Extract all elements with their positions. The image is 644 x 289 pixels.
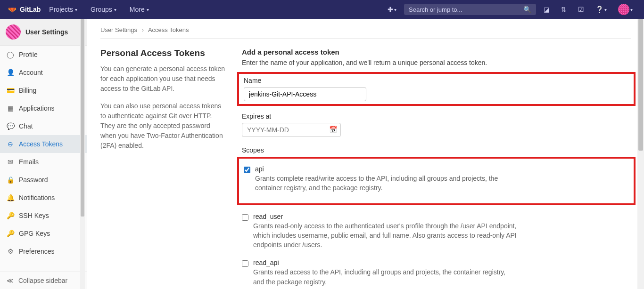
sidebar-item-gpg-keys[interactable]: 🔑GPG Keys — [0, 225, 87, 242]
sidebar-item-label: Access Tokens — [19, 140, 63, 148]
scope-api-label: api — [255, 165, 519, 173]
help-icon[interactable]: ❔▾ — [592, 4, 611, 15]
scope-api: api Grants complete read/write access to… — [244, 162, 629, 200]
sidebar-item-notifications[interactable]: 🔔Notifications — [0, 189, 87, 207]
calendar-icon[interactable]: 📅 — [329, 126, 337, 133]
expires-input[interactable] — [242, 123, 341, 137]
search-icon: 🔍 — [523, 6, 531, 13]
scope-read-api-desc: Grants read access to the API, including… — [253, 267, 517, 287]
nav-groups[interactable]: Groups▾ — [86, 4, 121, 15]
page-desc2: You can also use personal access tokens … — [100, 101, 228, 151]
apps-icon: ▦ — [7, 104, 14, 112]
issues-icon[interactable]: ◪ — [540, 4, 553, 15]
topbar: GitLab Projects▾ Groups▾ More▾ ✚▾ 🔍 ◪ ⇅ … — [0, 0, 644, 19]
sidebar-item-emails[interactable]: ✉Emails — [0, 153, 87, 171]
todos-icon[interactable]: ☑ — [574, 4, 588, 15]
collapse-label: Collapse sidebar — [18, 277, 67, 284]
user-menu[interactable]: ▾ — [614, 2, 636, 17]
sidebar-item-label: Billing — [19, 87, 36, 94]
sidebar-item-label: Chat — [19, 122, 33, 130]
sidebar-item-label: SSH Keys — [19, 212, 49, 219]
sidebar-item-account[interactable]: 👤Account — [0, 64, 87, 81]
scope-read-api-checkbox[interactable] — [242, 260, 248, 267]
sidebar-item-password[interactable]: 🔒Password — [0, 171, 87, 189]
content: User Settings › Access Tokens Personal A… — [87, 19, 644, 289]
plus-icon: ✚ — [388, 6, 393, 13]
scope-read-api: read_api Grants read access to the API, … — [242, 256, 631, 289]
collapse-icon: ≪ — [7, 277, 14, 284]
sidebar-item-chat[interactable]: 💬Chat — [0, 117, 87, 135]
chevron-down-icon: ▾ — [394, 7, 396, 12]
sidebar-item-label: Preferences — [19, 248, 54, 255]
merge-requests-icon[interactable]: ⇅ — [557, 4, 570, 15]
scope-api-desc: Grants complete read/write access to the… — [255, 174, 519, 193]
sidebar-scrollbar[interactable] — [80, 19, 85, 289]
scopes-label: Scopes — [242, 146, 631, 154]
chevron-down-icon: ▾ — [75, 7, 77, 12]
form-heading: Add a personal access token — [242, 48, 631, 56]
breadcrumb-current: Access Tokens — [148, 26, 189, 33]
form-hint: Enter the name of your application, and … — [242, 59, 631, 66]
account-icon: 👤 — [7, 69, 14, 76]
chevron-down-icon: ▾ — [114, 7, 116, 12]
scope-api-checkbox[interactable] — [244, 167, 250, 173]
sidebar-item-label: GPG Keys — [19, 230, 50, 237]
sidebar-avatar — [6, 24, 21, 40]
scope-read-user-desc: Grants read-only access to the authentic… — [253, 221, 517, 250]
billing-icon: 💳 — [7, 87, 14, 94]
breadcrumb: User Settings › Access Tokens — [100, 26, 631, 39]
page-title: Personal Access Tokens — [100, 48, 228, 58]
name-input[interactable] — [244, 87, 366, 101]
avatar — [618, 4, 629, 15]
sidebar: User Settings ◯Profile👤Account💳Billing▦A… — [0, 19, 87, 289]
scope-read-api-label: read_api — [253, 259, 517, 266]
token-icon: ⊖ — [7, 140, 14, 148]
sidebar-item-access-tokens[interactable]: ⊖Access Tokens — [0, 135, 87, 153]
lock-icon: 🔒 — [7, 176, 14, 184]
search-box[interactable]: 🔍 — [404, 4, 536, 15]
sidebar-item-label: Account — [19, 69, 43, 76]
sidebar-item-label: Emails — [19, 158, 39, 166]
bell-icon: 🔔 — [7, 194, 14, 201]
page-scrollbar[interactable] — [637, 19, 644, 289]
sidebar-item-label: Password — [19, 176, 48, 184]
name-highlight: Name — [237, 72, 636, 106]
sidebar-item-billing[interactable]: 💳Billing — [0, 81, 87, 99]
scope-read-user: read_user Grants read-only access to the… — [242, 210, 631, 257]
chevron-down-icon: ▾ — [630, 7, 633, 12]
chat-icon: 💬 — [7, 122, 14, 130]
key-icon: 🔑 — [7, 212, 14, 219]
sidebar-item-ssh-keys[interactable]: 🔑SSH Keys — [0, 207, 87, 225]
prefs-icon: ⚙ — [7, 248, 14, 255]
email-icon: ✉ — [7, 158, 14, 166]
nav-more[interactable]: More▾ — [125, 4, 154, 15]
api-scope-highlight: api Grants complete read/write access to… — [237, 157, 636, 205]
sidebar-header: User Settings — [0, 19, 87, 46]
sidebar-item-label: Applications — [19, 104, 55, 112]
scope-read-user-checkbox[interactable] — [242, 214, 248, 221]
breadcrumb-root[interactable]: User Settings — [100, 26, 137, 33]
page-intro: Personal Access Tokens You can generate … — [100, 48, 228, 289]
sidebar-item-preferences[interactable]: ⚙Preferences — [0, 242, 87, 260]
sidebar-item-label: Notifications — [19, 194, 55, 201]
search-input[interactable] — [409, 6, 520, 13]
gitlab-logo[interactable]: GitLab — [8, 4, 41, 15]
nav-projects[interactable]: Projects▾ — [44, 4, 82, 15]
sidebar-title: User Settings — [25, 28, 68, 36]
sidebar-collapse[interactable]: ≪ Collapse sidebar — [0, 272, 87, 289]
expires-label: Expires at — [242, 112, 631, 120]
breadcrumb-sep: › — [142, 26, 144, 33]
chevron-down-icon: ▾ — [147, 7, 149, 12]
plus-button[interactable]: ✚▾ — [384, 4, 400, 15]
scope-read-user-label: read_user — [253, 213, 517, 220]
sidebar-item-applications[interactable]: ▦Applications — [0, 99, 87, 117]
page-desc1: You can generate a personal access token… — [100, 64, 228, 94]
brand-text: GitLab — [20, 6, 41, 13]
sidebar-item-profile[interactable]: ◯Profile — [0, 46, 87, 64]
token-form: Add a personal access token Enter the na… — [242, 48, 631, 289]
sidebar-item-label: Profile — [19, 51, 38, 58]
chevron-down-icon: ▾ — [604, 7, 607, 12]
name-label: Name — [244, 77, 629, 84]
key-icon: 🔑 — [7, 230, 14, 237]
profile-icon: ◯ — [7, 51, 14, 58]
